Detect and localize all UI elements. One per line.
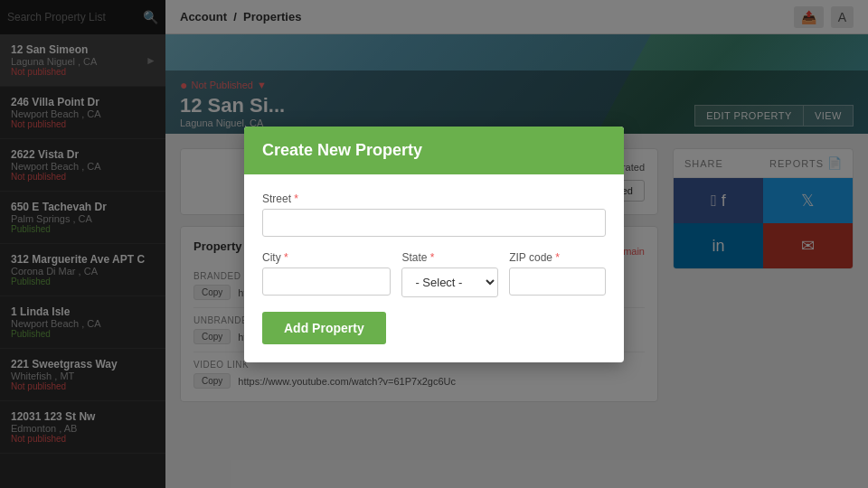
- city-input[interactable]: [262, 267, 391, 296]
- state-label: State *: [401, 251, 498, 264]
- street-label: Street *: [262, 192, 606, 205]
- city-form-group: City *: [262, 251, 391, 297]
- modal-title: Create New Property: [262, 141, 606, 160]
- zip-label: ZIP code *: [509, 251, 606, 264]
- state-select[interactable]: - Select -ALAKAZARCACOCTDEFLGAHIIDILINIA…: [401, 267, 498, 297]
- city-state-zip-row: City * State * - Select -ALAKAZARCACOCTD…: [262, 251, 606, 297]
- modal-overlay[interactable]: Create New Property Street * City *: [0, 0, 868, 488]
- add-property-btn[interactable]: Add Property: [262, 312, 386, 344]
- zip-input[interactable]: [509, 267, 606, 296]
- street-form-group: Street *: [262, 192, 606, 237]
- state-form-group: State * - Select -ALAKAZARCACOCTDEFLGAHI…: [401, 251, 498, 297]
- city-label: City *: [262, 251, 391, 264]
- zip-form-group: ZIP code *: [509, 251, 606, 297]
- create-property-modal: Create New Property Street * City *: [244, 127, 624, 362]
- modal-body: Street * City * State *: [244, 174, 624, 362]
- street-input[interactable]: [262, 209, 606, 237]
- modal-header: Create New Property: [244, 127, 624, 174]
